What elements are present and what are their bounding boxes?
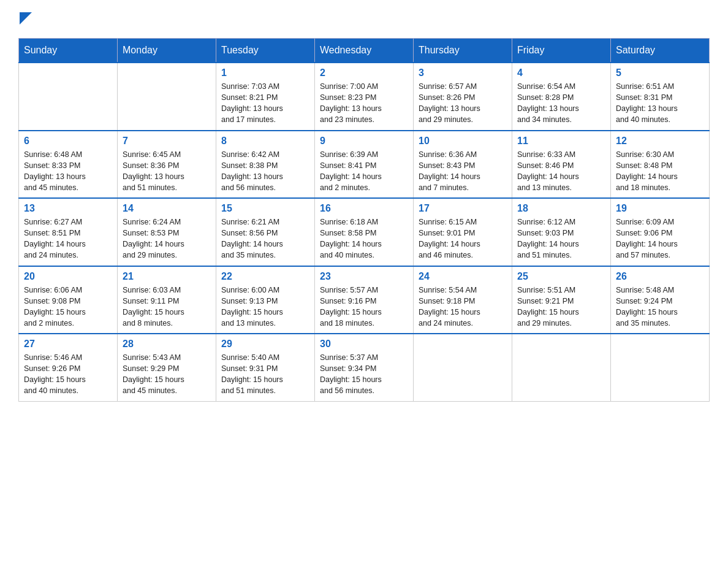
- weekday-header-wednesday: Wednesday: [315, 39, 414, 63]
- day-info: Sunrise: 5:57 AM Sunset: 9:16 PM Dayligh…: [320, 285, 408, 329]
- day-number: 30: [320, 339, 408, 350]
- calendar-body: 1Sunrise: 7:03 AM Sunset: 8:21 PM Daylig…: [19, 63, 710, 401]
- calendar-cell: 11Sunrise: 6:33 AM Sunset: 8:46 PM Dayli…: [512, 131, 611, 199]
- logo: [18, 12, 32, 27]
- calendar-cell: 22Sunrise: 6:00 AM Sunset: 9:13 PM Dayli…: [216, 266, 315, 334]
- calendar-cell: 12Sunrise: 6:30 AM Sunset: 8:48 PM Dayli…: [611, 131, 710, 199]
- day-info: Sunrise: 5:40 AM Sunset: 9:31 PM Dayligh…: [221, 352, 309, 397]
- day-number: 4: [517, 67, 605, 79]
- day-number: 6: [24, 136, 112, 147]
- day-info: Sunrise: 6:24 AM Sunset: 8:53 PM Dayligh…: [123, 216, 211, 261]
- day-number: 16: [320, 203, 408, 214]
- day-info: Sunrise: 6:39 AM Sunset: 8:41 PM Dayligh…: [320, 149, 408, 194]
- calendar-cell: 28Sunrise: 5:43 AM Sunset: 9:29 PM Dayli…: [118, 334, 216, 401]
- day-info: Sunrise: 6:57 AM Sunset: 8:26 PM Dayligh…: [419, 81, 507, 126]
- day-number: 23: [320, 271, 408, 282]
- calendar-cell: 16Sunrise: 6:18 AM Sunset: 8:58 PM Dayli…: [315, 198, 414, 266]
- calendar-cell: [512, 334, 611, 401]
- day-info: Sunrise: 6:27 AM Sunset: 8:51 PM Dayligh…: [24, 216, 112, 261]
- weekday-header-saturday: Saturday: [611, 39, 710, 63]
- day-number: 29: [221, 339, 309, 350]
- day-number: 12: [616, 136, 704, 147]
- day-number: 26: [616, 271, 704, 282]
- calendar-cell: 8Sunrise: 6:42 AM Sunset: 8:38 PM Daylig…: [216, 131, 315, 199]
- calendar-cell: 13Sunrise: 6:27 AM Sunset: 8:51 PM Dayli…: [19, 198, 118, 266]
- calendar-cell: 15Sunrise: 6:21 AM Sunset: 8:56 PM Dayli…: [216, 198, 315, 266]
- day-info: Sunrise: 6:00 AM Sunset: 9:13 PM Dayligh…: [221, 285, 309, 329]
- day-number: 27: [24, 339, 112, 350]
- calendar-cell: 14Sunrise: 6:24 AM Sunset: 8:53 PM Dayli…: [118, 198, 216, 266]
- day-info: Sunrise: 6:51 AM Sunset: 8:31 PM Dayligh…: [616, 81, 704, 126]
- logo-triangle-icon: [20, 12, 32, 25]
- calendar-cell: 2Sunrise: 7:00 AM Sunset: 8:23 PM Daylig…: [315, 63, 414, 131]
- calendar-cell: 18Sunrise: 6:12 AM Sunset: 9:03 PM Dayli…: [512, 198, 611, 266]
- day-info: Sunrise: 5:51 AM Sunset: 9:21 PM Dayligh…: [517, 285, 605, 329]
- day-number: 9: [320, 136, 408, 147]
- day-number: 19: [616, 203, 704, 214]
- calendar-cell: [611, 334, 710, 401]
- week-row-4: 20Sunrise: 6:06 AM Sunset: 9:08 PM Dayli…: [19, 266, 710, 334]
- day-info: Sunrise: 7:00 AM Sunset: 8:23 PM Dayligh…: [320, 81, 408, 126]
- day-number: 3: [419, 67, 507, 79]
- day-number: 5: [616, 67, 704, 79]
- day-number: 20: [24, 271, 112, 282]
- day-info: Sunrise: 6:09 AM Sunset: 9:06 PM Dayligh…: [616, 216, 704, 261]
- week-row-1: 1Sunrise: 7:03 AM Sunset: 8:21 PM Daylig…: [19, 63, 710, 131]
- day-info: Sunrise: 6:36 AM Sunset: 8:43 PM Dayligh…: [419, 149, 507, 194]
- day-info: Sunrise: 6:03 AM Sunset: 9:11 PM Dayligh…: [123, 285, 211, 329]
- calendar-cell: 24Sunrise: 5:54 AM Sunset: 9:18 PM Dayli…: [414, 266, 512, 334]
- calendar-cell: 6Sunrise: 6:48 AM Sunset: 8:33 PM Daylig…: [19, 131, 118, 199]
- day-info: Sunrise: 6:45 AM Sunset: 8:36 PM Dayligh…: [123, 149, 211, 194]
- day-info: Sunrise: 6:54 AM Sunset: 8:28 PM Dayligh…: [517, 81, 605, 126]
- calendar-cell: 7Sunrise: 6:45 AM Sunset: 8:36 PM Daylig…: [118, 131, 216, 199]
- calendar-cell: 1Sunrise: 7:03 AM Sunset: 8:21 PM Daylig…: [216, 63, 315, 131]
- weekday-header-row: SundayMondayTuesdayWednesdayThursdayFrid…: [19, 39, 710, 63]
- day-number: 15: [221, 203, 309, 214]
- calendar-cell: 26Sunrise: 5:48 AM Sunset: 9:24 PM Dayli…: [611, 266, 710, 334]
- page-header: [18, 12, 710, 27]
- weekday-header-thursday: Thursday: [414, 39, 512, 63]
- day-info: Sunrise: 6:18 AM Sunset: 8:58 PM Dayligh…: [320, 216, 408, 261]
- calendar-cell: 30Sunrise: 5:37 AM Sunset: 9:34 PM Dayli…: [315, 334, 414, 401]
- calendar-cell: 27Sunrise: 5:46 AM Sunset: 9:26 PM Dayli…: [19, 334, 118, 401]
- weekday-header-monday: Monday: [118, 39, 216, 63]
- day-info: Sunrise: 6:48 AM Sunset: 8:33 PM Dayligh…: [24, 149, 112, 194]
- calendar-cell: 10Sunrise: 6:36 AM Sunset: 8:43 PM Dayli…: [414, 131, 512, 199]
- day-number: 18: [517, 203, 605, 214]
- day-info: Sunrise: 6:06 AM Sunset: 9:08 PM Dayligh…: [24, 285, 112, 329]
- calendar-header: SundayMondayTuesdayWednesdayThursdayFrid…: [19, 39, 710, 63]
- weekday-header-tuesday: Tuesday: [216, 39, 315, 63]
- calendar-cell: 19Sunrise: 6:09 AM Sunset: 9:06 PM Dayli…: [611, 198, 710, 266]
- day-number: 24: [419, 271, 507, 282]
- calendar-cell: 23Sunrise: 5:57 AM Sunset: 9:16 PM Dayli…: [315, 266, 414, 334]
- calendar-cell: 3Sunrise: 6:57 AM Sunset: 8:26 PM Daylig…: [414, 63, 512, 131]
- calendar-cell: 17Sunrise: 6:15 AM Sunset: 9:01 PM Dayli…: [414, 198, 512, 266]
- weekday-header-sunday: Sunday: [19, 39, 118, 63]
- day-info: Sunrise: 6:33 AM Sunset: 8:46 PM Dayligh…: [517, 149, 605, 194]
- day-info: Sunrise: 6:42 AM Sunset: 8:38 PM Dayligh…: [221, 149, 309, 194]
- calendar-cell: 4Sunrise: 6:54 AM Sunset: 8:28 PM Daylig…: [512, 63, 611, 131]
- calendar-cell: 21Sunrise: 6:03 AM Sunset: 9:11 PM Dayli…: [118, 266, 216, 334]
- day-number: 21: [123, 271, 211, 282]
- calendar-cell: 5Sunrise: 6:51 AM Sunset: 8:31 PM Daylig…: [611, 63, 710, 131]
- day-number: 14: [123, 203, 211, 214]
- day-info: Sunrise: 6:15 AM Sunset: 9:01 PM Dayligh…: [419, 216, 507, 261]
- day-number: 1: [221, 67, 309, 79]
- calendar-cell: 9Sunrise: 6:39 AM Sunset: 8:41 PM Daylig…: [315, 131, 414, 199]
- day-number: 7: [123, 136, 211, 147]
- day-number: 25: [517, 271, 605, 282]
- day-number: 10: [419, 136, 507, 147]
- day-info: Sunrise: 5:48 AM Sunset: 9:24 PM Dayligh…: [616, 285, 704, 329]
- day-info: Sunrise: 5:46 AM Sunset: 9:26 PM Dayligh…: [24, 352, 112, 397]
- calendar-cell: [118, 63, 216, 131]
- week-row-2: 6Sunrise: 6:48 AM Sunset: 8:33 PM Daylig…: [19, 131, 710, 199]
- day-info: Sunrise: 6:30 AM Sunset: 8:48 PM Dayligh…: [616, 149, 704, 194]
- day-info: Sunrise: 5:54 AM Sunset: 9:18 PM Dayligh…: [419, 285, 507, 329]
- day-number: 2: [320, 67, 408, 79]
- calendar-cell: 25Sunrise: 5:51 AM Sunset: 9:21 PM Dayli…: [512, 266, 611, 334]
- week-row-5: 27Sunrise: 5:46 AM Sunset: 9:26 PM Dayli…: [19, 334, 710, 401]
- calendar-cell: 29Sunrise: 5:40 AM Sunset: 9:31 PM Dayli…: [216, 334, 315, 401]
- calendar-cell: [414, 334, 512, 401]
- day-info: Sunrise: 6:21 AM Sunset: 8:56 PM Dayligh…: [221, 216, 309, 261]
- day-number: 8: [221, 136, 309, 147]
